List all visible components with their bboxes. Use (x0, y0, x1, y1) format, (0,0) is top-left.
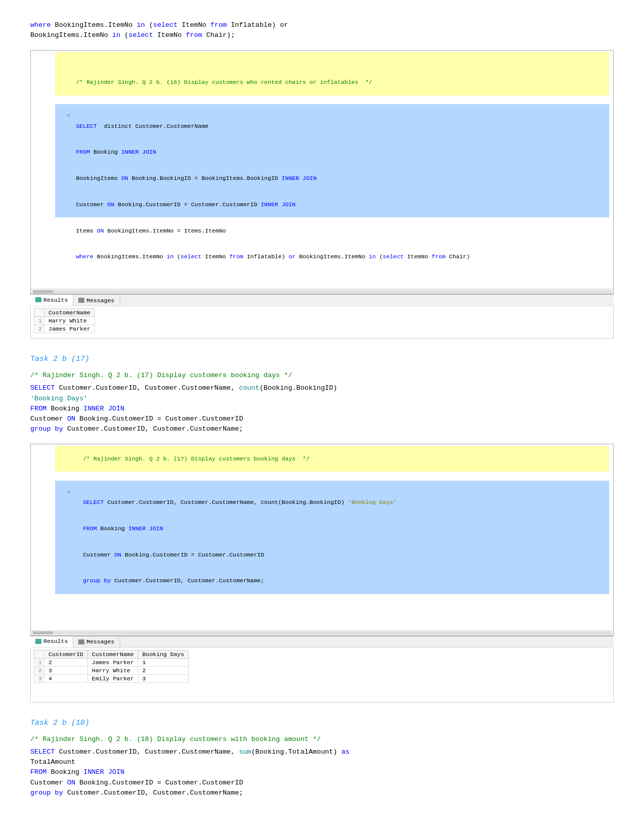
col-customername-1: CustomerName (44, 309, 95, 317)
messages-icon-1 (78, 298, 84, 303)
editor1-scrollbar (31, 289, 613, 294)
editor2-line4: group by Customer.CustomerID, Customer.C… (55, 568, 609, 594)
cell-cname-2-3: Emily Parker (88, 674, 138, 682)
editor2-blank2 (55, 594, 609, 603)
messages-tab-2[interactable]: Messages (73, 636, 120, 647)
cell-cid-2-1: 2 (44, 658, 88, 666)
code18-line2: TotalAmount (30, 757, 614, 767)
top-code-block: where BookingItems.ItemNo in (select Ite… (30, 20, 614, 41)
col-rownum-2 (34, 650, 44, 658)
editor2-line2: FROM Booking INNER JOIN (55, 516, 609, 542)
col-bookingdays-2: Booking Days (138, 650, 188, 658)
results-icon-2 (35, 639, 41, 644)
kw-from1: from (210, 21, 226, 29)
messages-label-1[interactable]: Messages (86, 297, 114, 304)
editor1-line1: ⊟ SELECT distinct Customer.CustomerName (55, 104, 609, 139)
messages-tab-1[interactable]: Messages (73, 295, 120, 306)
kw-from2: from (186, 31, 202, 39)
top-code-line1: where BookingItems.ItemNo in (select Ite… (30, 20, 614, 30)
results-table-2: CustomerID CustomerName Booking Days 1 2… (34, 650, 189, 683)
task-heading-18: Task 2 b (18) (30, 719, 614, 727)
cell-bdays-2-2: 2 (138, 666, 188, 674)
results-table-1: CustomerName 1 Harry White 2 James Parke… (34, 308, 95, 333)
editor1-line3: BookingItems ON Booking.BookingID = Book… (55, 165, 609, 192)
results-container-1: CustomerName 1 Harry White 2 James Parke… (30, 306, 614, 339)
messages-icon-2 (78, 639, 84, 644)
col-customername-2: CustomerName (88, 650, 138, 658)
results-icon-1 (35, 297, 41, 302)
editor-panel-1: /* Rajinder Singh. Q 2 b. (16) Display c… (30, 50, 614, 295)
cell-cname-2-1: James Parker (88, 658, 138, 666)
table-row: 1 Harry White (34, 317, 95, 325)
kw-where: where (30, 21, 51, 29)
editor1-blank3 (55, 279, 609, 287)
editor1-line6: where BookingItems.ItemNo in (select Ite… (55, 244, 609, 270)
code18-line3: FROM Booking INNER JOIN (30, 767, 614, 777)
table-row: 1 2 James Parker 1 (34, 658, 189, 666)
cell-customername-1-1: Harry White (44, 317, 95, 325)
kw-select1: select (153, 21, 178, 29)
editor1-blank2 (55, 270, 609, 279)
code17-line1: SELECT Customer.CustomerID, Customer.Cus… (30, 383, 614, 393)
task18-comment: /* Rajinder Singh. Q 2 b. (18) Display c… (30, 735, 614, 743)
editor2-line1: ⊟ SELECT Customer.CustomerID, Customer.C… (55, 481, 609, 516)
code18-line5: group by Customer.CustomerID, Customer.C… (30, 788, 614, 798)
editor-panel-2: /* Rajinder Singh. Q 2 b. (17) Display c… (30, 444, 614, 636)
table-row: 2 James Parker (34, 325, 95, 333)
messages-label-2[interactable]: Messages (86, 638, 114, 645)
editor2-scrollbar-thumb (33, 631, 53, 634)
results-container-2: CustomerID CustomerName Booking Days 1 2… (30, 648, 614, 703)
cell-bdays-2-3: 3 (138, 674, 188, 682)
cell-cname-2-2: Harry White (88, 666, 138, 674)
cell-cid-2-3: 4 (44, 674, 88, 682)
code18-line1: SELECT Customer.CustomerID, Customer.Cus… (30, 747, 614, 757)
editor1-line4: Customer ON Booking.CustomerID = Custome… (55, 192, 609, 218)
editor2-comment: /* Rajinder Singh. Q 2 b. (17) Display c… (55, 446, 609, 472)
results-tab-1[interactable]: Results (30, 295, 73, 306)
code17-line5: group by Customer.CustomerID, Customer.C… (30, 424, 614, 434)
table-row: 3 4 Emily Parker 3 (34, 674, 189, 682)
code17-line3: FROM Booking INNER JOIN (30, 404, 614, 414)
results-bar-1: Results Messages (30, 294, 614, 306)
kw-in2: in (112, 31, 120, 39)
rownum-1-2: 2 (34, 325, 44, 333)
collapse-icon: ⊟ (67, 113, 70, 120)
editor2-blank1 (55, 472, 609, 480)
editor-inner-2: /* Rajinder Singh. Q 2 b. (17) Display c… (31, 444, 613, 630)
task-heading-17: Task 2 b (17) (30, 355, 614, 363)
cell-bdays-2-1: 1 (138, 658, 188, 666)
table-row: 2 3 Harry White 2 (34, 666, 189, 674)
collapse-icon-2: ⊟ (67, 489, 70, 496)
editor-inner-1: /* Rajinder Singh. Q 2 b. (16) Display c… (31, 51, 613, 289)
col-customerid-2: CustomerID (44, 650, 88, 658)
code-block-17: SELECT Customer.CustomerID, Customer.Cus… (30, 383, 614, 434)
results-bar-2: Results Messages (30, 636, 614, 648)
editor1-line5: Items ON BookingItems.ItemNo = Items.Ite… (55, 217, 609, 244)
editor2-blank5 (55, 620, 609, 629)
editor2-blank4 (55, 611, 609, 620)
task-section-18: Task 2 b (18) /* Rajinder Singh. Q 2 b. … (30, 719, 614, 798)
editor2-scrollbar-track (33, 631, 611, 634)
kw-select2: select (128, 31, 153, 39)
editor1-scrollbar-track (33, 290, 611, 293)
task-section-17: Task 2 b (17) /* Rajinder Singh. Q 2 b. … (30, 355, 614, 703)
editor1-line2: FROM Booking INNER JOIN (55, 139, 609, 165)
editor2-scrollbar (31, 630, 613, 635)
cell-cid-2-2: 3 (44, 666, 88, 674)
editor2-blank3 (55, 603, 609, 611)
code17-line4: Customer ON Booking.CustomerID = Custome… (30, 414, 614, 424)
results-tab-2[interactable]: Results (30, 636, 73, 647)
code18-line4: Customer ON Booking.CustomerID = Custome… (30, 778, 614, 788)
results-label-2[interactable]: Results (43, 638, 68, 644)
cell-customername-1-2: James Parker (44, 325, 95, 333)
code-block-18: SELECT Customer.CustomerID, Customer.Cus… (30, 747, 614, 798)
editor1-comment: /* Rajinder Singh. Q 2 b. (16) Display c… (55, 52, 609, 96)
task17-comment: /* Rajinder Singh. Q 2 b. (17) Display c… (30, 372, 614, 379)
top-code-line2: BookingItems.ItemNo in (select ItemNo fr… (30, 30, 614, 40)
rownum-1-1: 1 (34, 317, 44, 325)
editor1-scrollbar-thumb (33, 290, 53, 293)
results2-spacer (34, 683, 610, 697)
kw-in1: in (137, 21, 145, 29)
results-label-1[interactable]: Results (43, 297, 68, 303)
col-rownum-1 (34, 309, 44, 317)
